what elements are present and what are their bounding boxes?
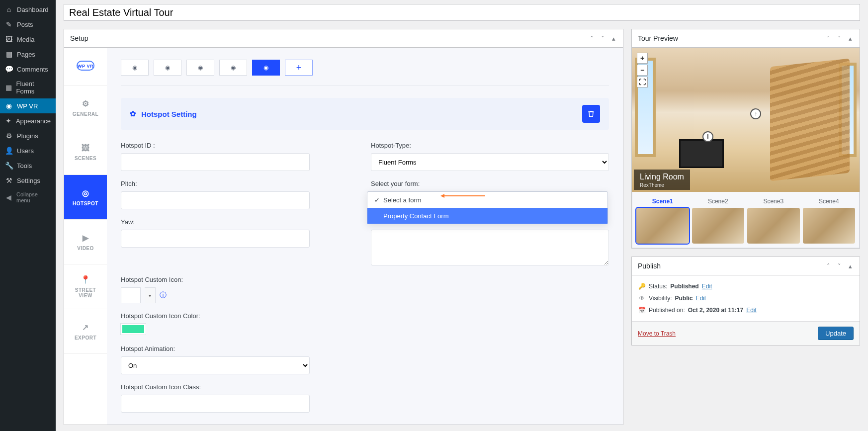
- page-title-input[interactable]: [64, 4, 860, 21]
- on-hover-textarea[interactable]: [371, 230, 609, 265]
- menu-comments[interactable]: 💬Comments: [0, 62, 56, 77]
- tab-export-label: EXPORT: [75, 335, 96, 341]
- menu-posts[interactable]: ✎Posts: [0, 17, 56, 32]
- hotspot-item-4[interactable]: ◉: [219, 60, 247, 76]
- zoom-in-button[interactable]: +: [637, 53, 648, 64]
- custom-icon-class-input[interactable]: [121, 395, 310, 413]
- chevron-down-icon[interactable]: ˅: [836, 35, 843, 42]
- menu-dashboard[interactable]: ⌂Dashboard: [0, 2, 56, 17]
- scene-thumb-4[interactable]: Scene4: [803, 198, 856, 244]
- menu-media[interactable]: 🖼Media: [0, 32, 56, 47]
- animation-select[interactable]: On: [121, 356, 310, 374]
- panorama-preview[interactable]: + − ⛶ ↑ i Living Room RexTheme: [632, 48, 860, 192]
- status-value: Published: [670, 283, 698, 290]
- publish-title: Publish: [638, 262, 661, 270]
- menu-users-label: Users: [17, 147, 34, 155]
- tab-general[interactable]: ⚙GENERAL: [64, 86, 107, 130]
- hotspot-type-select[interactable]: Fluent Forms: [371, 153, 609, 171]
- menu-plugins[interactable]: ⚙Plugins: [0, 128, 56, 143]
- calendar-icon: 📅: [638, 307, 646, 314]
- form-option-placeholder[interactable]: ✓Select a form: [367, 192, 608, 208]
- users-icon: 👤: [5, 147, 13, 155]
- zoom-out-button[interactable]: −: [637, 65, 648, 76]
- publish-metabox: Publish ˄ ˅ ▴ 🔑 Status: Published Edit: [631, 257, 860, 345]
- chevron-up-icon[interactable]: ˄: [825, 35, 832, 42]
- fluent-forms-icon: ▦: [5, 84, 12, 91]
- menu-media-label: Media: [17, 36, 34, 43]
- scene-thumb-1[interactable]: Scene1: [636, 198, 689, 244]
- hotspot-item-1[interactable]: ◉: [121, 60, 149, 76]
- info-icon[interactable]: ⓘ: [160, 291, 167, 300]
- menu-appearance[interactable]: ✦Appearance: [0, 113, 56, 128]
- caret-up-icon[interactable]: ▴: [847, 262, 854, 270]
- hotspot-add-button[interactable]: +: [285, 60, 313, 76]
- delete-hotspot-button[interactable]: [582, 105, 600, 123]
- chevron-down-icon[interactable]: ˅: [599, 35, 606, 42]
- form-option-property-contact-label: Property Contact Form: [383, 212, 449, 220]
- wp-admin-sidebar: ⌂Dashboard ✎Posts 🖼Media ▤Pages 💬Comment…: [0, 0, 56, 431]
- select-form-label: Select your form:: [371, 180, 609, 187]
- hotspot-subtabs: ◉ ◉ ◉ ◉ ◉ +: [121, 60, 609, 86]
- menu-posts-label: Posts: [17, 21, 33, 28]
- hotspot-type-label: Hotspot-Type:: [371, 142, 609, 149]
- caret-up-icon[interactable]: ▴: [847, 35, 854, 42]
- menu-users[interactable]: 👤Users: [0, 143, 56, 158]
- plugin-icon: ⚙: [5, 132, 13, 140]
- gear-icon: ⚙: [82, 99, 89, 108]
- hotspot-marker-info[interactable]: i: [702, 131, 713, 142]
- edit-visibility-link[interactable]: Edit: [695, 295, 706, 302]
- pitch-input[interactable]: [121, 191, 310, 209]
- chevron-up-icon[interactable]: ˄: [825, 262, 832, 270]
- fullscreen-button[interactable]: ⛶: [637, 77, 648, 87]
- scene-subname: RexTheme: [640, 182, 684, 188]
- menu-settings[interactable]: ⚒Settings: [0, 173, 56, 188]
- chevron-up-icon[interactable]: ˄: [589, 35, 596, 42]
- media-icon: 🖼: [5, 35, 13, 43]
- animation-label: Hotspot Animation:: [121, 345, 359, 352]
- yaw-input[interactable]: [121, 230, 310, 248]
- form-option-property-contact[interactable]: Property Contact Form: [367, 208, 608, 224]
- hotspot-marker-up[interactable]: ↑: [750, 108, 761, 119]
- hotspot-id-input[interactable]: [121, 153, 310, 171]
- caret-up-icon[interactable]: ▴: [610, 35, 617, 42]
- menu-collapse[interactable]: ◀Collapse menu: [0, 188, 56, 207]
- hotspot-item-2[interactable]: ◉: [154, 60, 181, 76]
- hotspot-item-5[interactable]: ◉: [252, 60, 280, 76]
- edit-status-link[interactable]: Edit: [702, 283, 712, 290]
- tab-scenes-label: SCENES: [75, 156, 96, 161]
- menu-wp-vr[interactable]: ◉WP VR: [0, 98, 56, 113]
- visibility-value: Public: [675, 295, 693, 302]
- move-to-trash-link[interactable]: Move to Trash: [638, 330, 676, 337]
- tab-street-view[interactable]: 📍STREET VIEW: [64, 264, 107, 309]
- tab-scenes[interactable]: 🖼SCENES: [64, 130, 107, 175]
- scene-thumb-1-label: Scene1: [636, 198, 689, 205]
- custom-icon-preview[interactable]: [121, 287, 141, 303]
- chevron-down-icon[interactable]: ˅: [836, 262, 843, 270]
- tour-preview-title: Tour Preview: [638, 34, 678, 42]
- menu-fluent-forms[interactable]: ▦Fluent Forms: [0, 77, 56, 98]
- custom-icon-color-swatch[interactable]: [121, 324, 146, 335]
- menu-settings-label: Settings: [17, 177, 40, 184]
- edit-date-link[interactable]: Edit: [746, 307, 757, 314]
- custom-icon-label: Hotspot Custom Icon:: [121, 276, 359, 283]
- tab-video[interactable]: ▶VIDEO: [64, 220, 107, 264]
- menu-tools[interactable]: 🔧Tools: [0, 158, 56, 173]
- setup-metabox: Setup ˄ ˅ ▴ WP VR ⚙GENERAL 🖼SCENES: [64, 29, 623, 425]
- custom-icon-dropdown[interactable]: ▾: [145, 287, 156, 303]
- brush-icon: ✦: [5, 117, 12, 125]
- tour-preview-metabox: Tour Preview ˄ ˅ ▴ + − ⛶: [631, 29, 860, 249]
- scene-thumb-4-label: Scene4: [803, 198, 856, 205]
- menu-wp-vr-label: WP VR: [17, 102, 38, 110]
- tab-export[interactable]: ↗EXPORT: [64, 309, 107, 354]
- settings-icon: ⚒: [5, 176, 13, 184]
- scene-thumb-3[interactable]: Scene3: [747, 198, 800, 244]
- menu-pages[interactable]: ▤Pages: [0, 47, 56, 62]
- custom-icon-color-label: Hotspot Custom Icon Color:: [121, 312, 359, 320]
- form-option-placeholder-label: Select a form: [383, 196, 422, 204]
- hotspot-item-3[interactable]: ◉: [186, 60, 214, 76]
- page-icon: ▤: [5, 50, 13, 58]
- update-button[interactable]: Update: [818, 327, 854, 340]
- tab-hotspot[interactable]: ◎HOTSPOT: [64, 175, 107, 220]
- hotspot-setting-heading: Hotspot Setting: [141, 110, 197, 118]
- scene-thumb-2[interactable]: Scene2: [692, 198, 745, 244]
